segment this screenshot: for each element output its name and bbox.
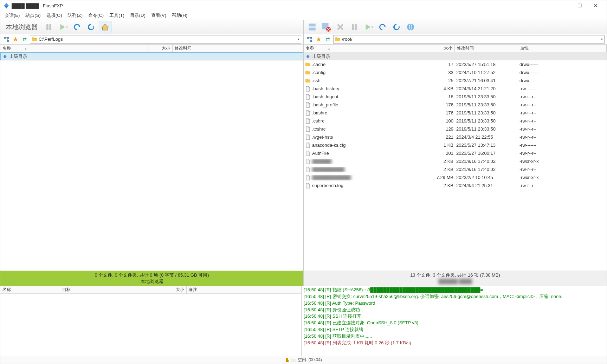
local-statusbar: 0 个文件, 0 个文件夹, 共计 0 项 (0 字节 / 65.31 GB 可… xyxy=(0,271,303,286)
refresh-button[interactable] xyxy=(390,21,403,33)
col-mtime[interactable]: 修改时间 xyxy=(455,45,518,52)
table-row[interactable]: .cache172023/5/27 15:51:18drwx------ xyxy=(304,60,607,68)
log-line: [16:50:48] [R] SFTP 连接就绪 xyxy=(304,326,605,333)
home-button[interactable] xyxy=(99,21,111,33)
menu-查看(V)[interactable]: 查看(V) xyxy=(148,12,169,19)
table-row[interactable]: .bash_history4 KB2024/3/14 21:21:20-rw--… xyxy=(304,85,607,93)
log-pane[interactable]: [16:50:48] [R] 指纹 (SHA256): s3██████████… xyxy=(302,286,607,356)
disconnect-button[interactable] xyxy=(320,21,332,33)
table-row[interactable]: .ssh252023/7/21 16:03:41drwx------ xyxy=(304,77,607,85)
refresh-button[interactable] xyxy=(85,21,97,33)
reload-button[interactable] xyxy=(71,21,83,33)
local-path-field[interactable]: ▾ xyxy=(30,35,301,44)
globe-button[interactable] xyxy=(404,21,417,33)
col-name[interactable]: 名称 xyxy=(0,45,148,52)
table-row[interactable]: superbench.log2 KB2024/3/4 21:25:31-rw-r… xyxy=(304,181,607,190)
menu-目录(D)[interactable]: 目录(D) xyxy=(127,12,148,19)
menu-会话(E)[interactable]: 会话(E) xyxy=(2,12,22,19)
table-row[interactable]: AuthFile2012023/5/27 16:00:17-rw-r--r-- xyxy=(304,149,607,157)
log-line: [16:50:48] [R] Auth Type: Password xyxy=(304,300,605,307)
col-attr[interactable]: 属性 xyxy=(518,45,607,52)
col-name[interactable]: 名称 xyxy=(304,45,423,52)
col-name[interactable]: 名称 xyxy=(0,286,60,293)
table-row[interactable]: .bashrc1762019/5/11 23:33:50-rw-r--r-- xyxy=(304,109,607,117)
favorite-icon[interactable] xyxy=(12,35,19,43)
file-icon xyxy=(305,126,311,132)
remote-path-input[interactable] xyxy=(342,37,600,42)
file-icon xyxy=(305,86,311,92)
queue-columns: 名称 目标 大小 备注 xyxy=(0,286,301,294)
col-note[interactable]: 备注 xyxy=(187,286,301,293)
log-line: [16:50:48] [R] 密钥交换: curve25519-sha256@l… xyxy=(304,293,605,300)
connect-button[interactable] xyxy=(306,21,318,33)
table-row[interactable]: ██████████2 KB2021/8/16 17:40:02-rw-r--r… xyxy=(304,165,607,173)
col-target[interactable]: 目标 xyxy=(60,286,169,293)
menu-命令(C)[interactable]: 命令(C) xyxy=(85,12,106,19)
tree-icon[interactable] xyxy=(306,35,314,43)
folder-icon xyxy=(305,62,311,67)
remote-addrbar: ▾ xyxy=(304,34,607,45)
table-row[interactable]: anaconda-ks.cfg1 KB2023/5/27 13:47:13-rw… xyxy=(304,141,607,149)
transfer-icon[interactable] xyxy=(324,35,332,43)
local-file-list[interactable]: 上级目录 xyxy=(0,52,303,271)
table-row[interactable]: ██████2 KB2021/8/16 17:40:02-rwxr-xr-x xyxy=(304,157,607,165)
col-size[interactable]: 大小 xyxy=(148,45,173,52)
chevron-down-icon[interactable]: ▾ xyxy=(600,37,603,41)
titlebar: ████ ████ - FlashFXP — ☐ ✕ xyxy=(0,0,607,11)
col-size[interactable]: 大小 xyxy=(169,286,187,293)
table-row[interactable]: .cshrc1002019/5/11 23:33:50-rw-r--r-- xyxy=(304,117,607,125)
local-pane: 本地浏览器 ▾ ▾ 名称 大小 修改时间 xyxy=(0,20,304,286)
local-path-input[interactable] xyxy=(39,37,296,42)
app-icon xyxy=(3,2,9,9)
file-icon xyxy=(305,118,311,124)
table-row[interactable]: .tcshrc1292019/5/11 23:33:50-rw-r--r-- xyxy=(304,125,607,133)
favorite-icon[interactable] xyxy=(315,35,323,43)
table-row[interactable]: ████████████7.29 MB2023/2/2 10:10:45-rwx… xyxy=(304,173,607,181)
col-mtime[interactable]: 修改时间 xyxy=(173,45,303,52)
menu-站点(S)[interactable]: 站点(S) xyxy=(22,12,43,19)
pause-button[interactable] xyxy=(348,21,361,33)
pause-button[interactable] xyxy=(43,21,55,33)
close-button[interactable]: ✕ xyxy=(588,0,604,11)
file-icon xyxy=(305,134,311,140)
minimize-button[interactable]: — xyxy=(555,0,572,11)
remote-statusbar: 13 个文件, 3 个文件夹, 共计 16 项 (7.30 MB) ██████… xyxy=(304,271,607,286)
table-row[interactable]: .config332024/1/10 11:27:52drwx------ xyxy=(304,68,607,77)
file-icon xyxy=(305,110,311,116)
file-icon xyxy=(305,151,311,156)
reload-button[interactable] xyxy=(376,21,389,33)
remote-path-field[interactable]: ▾ xyxy=(333,35,605,44)
local-addrbar: ▾ xyxy=(0,34,303,45)
table-row[interactable]: .wget-hsts2212024/3/4 21:22:55-rw-r--r-- xyxy=(304,133,607,141)
table-row[interactable]: .bash_profile1762019/5/11 23:33:50-rw-r-… xyxy=(304,101,607,109)
abort-button[interactable] xyxy=(334,21,347,33)
menu-帮助(H)[interactable]: 帮助(H) xyxy=(169,12,190,19)
window-title: ████ ████ - FlashFXP xyxy=(12,3,63,8)
local-browser-label: 本地浏览器 xyxy=(2,23,41,31)
remote-file-list[interactable]: 上级目录 .cache172023/5/27 15:51:18drwx-----… xyxy=(304,52,607,271)
transfer-icon[interactable] xyxy=(21,35,28,43)
play-button[interactable]: ▾ xyxy=(362,21,375,33)
file-icon xyxy=(305,167,311,172)
menu-队列(Z)[interactable]: 队列(Z) xyxy=(65,12,85,19)
table-row[interactable]: .bash_logout182019/5/11 23:33:50-rw-r--r… xyxy=(304,93,607,101)
parent-dir-row[interactable]: 上级目录 xyxy=(304,52,607,60)
log-line: [16:50:48] [R] 身份验证成功 xyxy=(304,307,605,313)
queue-list[interactable] xyxy=(0,294,301,356)
file-icon xyxy=(305,175,311,180)
log-line: [16:50:48] [R] 列表完成: 1 KB 耗时 0.26 秒 (1.7… xyxy=(304,340,605,346)
maximize-button[interactable]: ☐ xyxy=(572,0,588,11)
parent-dir-row[interactable]: 上级目录 xyxy=(0,52,303,60)
parent-dir-label: 上级目录 xyxy=(9,53,27,60)
tree-icon[interactable] xyxy=(2,35,10,43)
queue-pane: 名称 目标 大小 备注 xyxy=(0,286,302,356)
col-size[interactable]: 大小 xyxy=(423,45,455,52)
menu-工具(T)[interactable]: 工具(T) xyxy=(106,12,127,19)
up-arrow-icon xyxy=(2,54,8,59)
file-icon xyxy=(305,183,311,188)
play-button[interactable]: ▾ xyxy=(57,21,69,33)
up-arrow-icon xyxy=(305,54,311,59)
file-icon xyxy=(305,159,311,164)
chevron-down-icon[interactable]: ▾ xyxy=(296,37,299,41)
menu-选项(O)[interactable]: 选项(O) xyxy=(44,12,65,19)
